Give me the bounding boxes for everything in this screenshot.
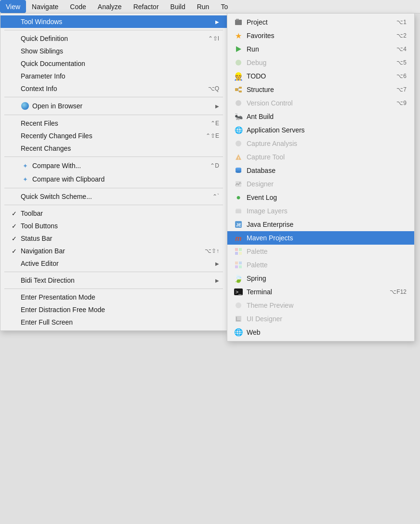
designer-icon bbox=[234, 180, 243, 188]
ui-designer-icon bbox=[234, 314, 243, 323]
submenu-item-app-servers[interactable]: 🌐 Application Servers bbox=[227, 123, 414, 137]
menu-item-full-screen[interactable]: Enter Full Screen bbox=[0, 316, 227, 328]
submenu-item-ui-designer[interactable]: UI Designer bbox=[227, 312, 414, 326]
menu-bar-analyze[interactable]: Analyze bbox=[92, 0, 128, 13]
submenu-item-theme-preview[interactable]: Theme Preview bbox=[227, 299, 414, 312]
menu-item-recent-changes[interactable]: Recent Changes bbox=[0, 142, 227, 155]
submenu-item-web[interactable]: 🌐 Web bbox=[227, 326, 414, 339]
submenu-item-designer[interactable]: Designer bbox=[227, 177, 414, 191]
svg-rect-25 bbox=[239, 252, 242, 255]
submenu-item-database[interactable]: Database bbox=[227, 164, 414, 177]
menu-item-tool-windows[interactable]: Tool Windows ▶ bbox=[0, 15, 227, 28]
svg-rect-29 bbox=[239, 265, 242, 268]
submenu-item-capture-tool[interactable]: ! Capture Tool bbox=[227, 150, 414, 164]
submenu-item-terminal[interactable]: >_ Terminal ⌥F12 bbox=[227, 285, 414, 299]
svg-rect-23 bbox=[239, 248, 242, 251]
menu-item-status-bar[interactable]: ✓ Status Bar bbox=[0, 232, 227, 245]
menu-item-nav-bar[interactable]: ✓ Navigation Bar ⌥⇧↑ bbox=[0, 245, 227, 257]
sep2 bbox=[4, 97, 223, 97]
submenu-item-palette2[interactable]: Palette bbox=[227, 258, 414, 272]
svg-rect-6 bbox=[239, 91, 242, 92]
menu-item-presentation[interactable]: Enter Presentation Mode bbox=[0, 291, 227, 303]
menu-item-quick-switch[interactable]: Quick Switch Scheme... ⌃` bbox=[0, 190, 227, 203]
submenu-item-palette1[interactable]: Palette bbox=[227, 245, 414, 258]
tool-windows-label: Tool Windows bbox=[21, 18, 62, 26]
java-enterprise-icon: JE bbox=[234, 220, 243, 229]
left-menu-panel: Tool Windows ▶ Quick Definition ⌃⇧I Show… bbox=[0, 13, 227, 331]
menu-bar-view[interactable]: View bbox=[0, 0, 26, 13]
submenu-item-structure[interactable]: Structure ⌥7 bbox=[227, 83, 414, 96]
browser-icon bbox=[21, 102, 29, 110]
menu-bar-navigate[interactable]: Navigate bbox=[26, 0, 64, 13]
submenu-item-version-control[interactable]: Version Control ⌥9 bbox=[227, 96, 414, 110]
sep1 bbox=[4, 30, 223, 30]
svg-rect-5 bbox=[239, 87, 242, 89]
active-editor-arrow-icon: ▶ bbox=[215, 261, 219, 266]
toolbar-checkmark: ✓ bbox=[10, 210, 18, 217]
submenu-item-capture-analysis[interactable]: Capture Analysis bbox=[227, 137, 414, 150]
menu-item-compare-clipboard[interactable]: ✦ Compare with Clipboard bbox=[0, 172, 227, 186]
svg-line-8 bbox=[238, 90, 239, 92]
menu-item-show-siblings[interactable]: Show Siblings bbox=[0, 45, 227, 57]
sep3 bbox=[4, 115, 223, 115]
menu-bar-build[interactable]: Build bbox=[165, 0, 191, 13]
svg-rect-22 bbox=[235, 248, 238, 251]
menu-item-quick-doc[interactable]: Quick Documentation bbox=[0, 57, 227, 70]
menu-item-distraction-free[interactable]: Enter Distraction Free Mode bbox=[0, 303, 227, 316]
svg-point-9 bbox=[236, 100, 241, 106]
svg-rect-1 bbox=[236, 19, 239, 20]
web-icon: 🌐 bbox=[234, 328, 243, 337]
structure-icon bbox=[234, 85, 243, 94]
submenu-item-debug[interactable]: Debug ⌥5 bbox=[227, 56, 414, 69]
submenu-item-ant-build[interactable]: 🐜 Ant Build bbox=[227, 110, 414, 123]
menu-item-tool-buttons[interactable]: ✓ Tool Buttons bbox=[0, 220, 227, 232]
svg-marker-2 bbox=[236, 46, 241, 52]
bidi-text-arrow-icon: ▶ bbox=[215, 278, 219, 283]
menu-item-compare-with[interactable]: ✦ Compare With... ⌃D bbox=[0, 159, 227, 172]
menu-item-bidi-text[interactable]: Bidi Text Direction ▶ bbox=[0, 274, 227, 287]
sep6 bbox=[4, 205, 223, 205]
ant-build-icon: 🐜 bbox=[234, 112, 243, 121]
svg-rect-27 bbox=[239, 262, 242, 264]
submenu-item-project[interactable]: Project ⌥1 bbox=[227, 15, 414, 29]
menu-item-recent-files[interactable]: Recent Files ⌃E bbox=[0, 117, 227, 130]
menu-item-context-info[interactable]: Context Info ⌥Q bbox=[0, 82, 227, 95]
submenu-item-favorites[interactable]: ★ Favorites ⌥2 bbox=[227, 29, 414, 42]
menu-item-param-info[interactable]: Parameter Info bbox=[0, 70, 227, 82]
palette1-icon bbox=[234, 247, 243, 256]
menu-bar-code[interactable]: Code bbox=[64, 0, 92, 13]
svg-rect-28 bbox=[235, 265, 238, 268]
submenu-item-event-log[interactable]: ● Event Log bbox=[227, 191, 414, 204]
menu-item-recently-changed[interactable]: Recently Changed Files ⌃⇧E bbox=[0, 130, 227, 142]
capture-analysis-icon bbox=[234, 139, 243, 148]
menu-item-open-browser[interactable]: Open in Browser ▶ bbox=[0, 99, 227, 113]
svg-point-16 bbox=[236, 168, 241, 170]
menu-item-toolbar[interactable]: ✓ Toolbar bbox=[0, 207, 227, 220]
menu-bar-refactor[interactable]: Refactor bbox=[128, 0, 165, 13]
menu-bar-run[interactable]: Run bbox=[191, 0, 215, 13]
svg-rect-4 bbox=[235, 88, 238, 91]
favorites-icon: ★ bbox=[234, 31, 243, 40]
svg-rect-24 bbox=[235, 252, 238, 255]
sep5 bbox=[4, 188, 223, 188]
svg-line-7 bbox=[238, 88, 239, 90]
event-log-icon: ● bbox=[234, 193, 243, 202]
compare-with-icon: ✦ bbox=[21, 161, 29, 170]
svg-rect-0 bbox=[235, 20, 242, 25]
svg-point-10 bbox=[236, 141, 241, 146]
submenu-item-java-enterprise[interactable]: JE Java Enterprise bbox=[227, 218, 414, 231]
tool-windows-arrow: ▶ bbox=[215, 19, 219, 25]
menu-item-quick-def[interactable]: Quick Definition ⌃⇧I bbox=[0, 32, 227, 45]
submenu-item-todo[interactable]: 👷 TODO ⌥6 bbox=[227, 69, 414, 83]
menu-item-active-editor[interactable]: Active Editor ▶ bbox=[0, 257, 227, 270]
palette2-icon bbox=[234, 261, 243, 269]
submenu-item-maven-projects[interactable]: m Maven Projects bbox=[227, 231, 414, 245]
svg-text:JE: JE bbox=[236, 223, 241, 227]
todo-icon: 👷 bbox=[234, 72, 243, 80]
run-icon bbox=[234, 45, 243, 53]
menu-bar-to[interactable]: To bbox=[215, 0, 234, 13]
svg-point-15 bbox=[236, 171, 241, 173]
submenu-item-image-layers[interactable]: Image Layers bbox=[227, 204, 414, 218]
submenu-item-spring[interactable]: 🍃 Spring bbox=[227, 272, 414, 285]
submenu-item-run[interactable]: Run ⌥4 bbox=[227, 42, 414, 56]
